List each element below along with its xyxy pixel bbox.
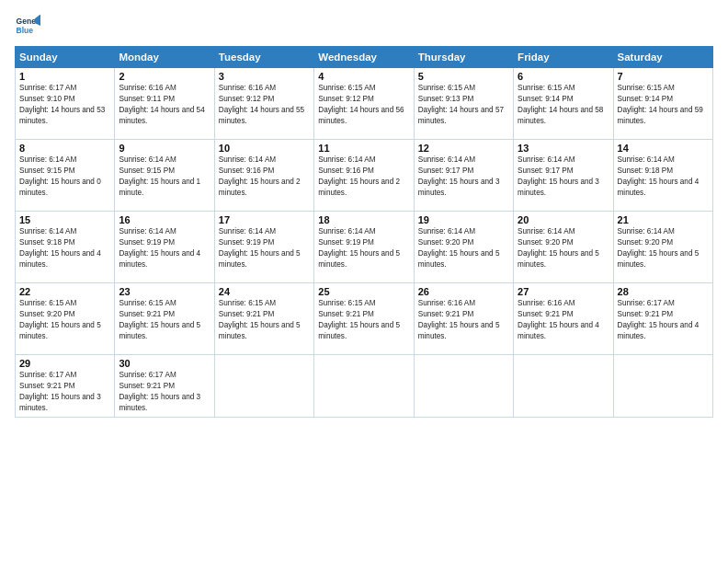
cell-content: Sunrise: 6:14 AMSunset: 9:16 PMDaylight:… <box>219 155 301 197</box>
calendar-header-row: SundayMondayTuesdayWednesdayThursdayFrid… <box>16 47 713 68</box>
page: General Blue SundayMondayTuesdayWednesda… <box>0 0 728 563</box>
calendar-cell <box>414 355 513 418</box>
cell-content: Sunrise: 6:15 AMSunset: 9:21 PMDaylight:… <box>318 299 400 340</box>
column-header-wednesday: Wednesday <box>314 47 414 68</box>
calendar-cell: 4 Sunrise: 6:15 AMSunset: 9:12 PMDayligh… <box>314 68 414 140</box>
calendar-cell: 10 Sunrise: 6:14 AMSunset: 9:16 PMDaylig… <box>214 140 313 212</box>
calendar-cell <box>314 355 414 418</box>
day-number: 4 <box>318 71 409 82</box>
calendar-cell: 15 Sunrise: 6:14 AMSunset: 9:18 PMDaylig… <box>16 212 115 283</box>
calendar-table: SundayMondayTuesdayWednesdayThursdayFrid… <box>15 46 713 418</box>
cell-content: Sunrise: 6:14 AMSunset: 9:19 PMDaylight:… <box>318 227 400 269</box>
calendar-week-2: 8 Sunrise: 6:14 AMSunset: 9:15 PMDayligh… <box>16 140 713 212</box>
day-number: 3 <box>219 71 310 82</box>
calendar-week-5: 29 Sunrise: 6:17 AMSunset: 9:21 PMDaylig… <box>16 355 713 418</box>
cell-content: Sunrise: 6:16 AMSunset: 9:21 PMDaylight:… <box>418 299 500 340</box>
calendar-cell: 11 Sunrise: 6:14 AMSunset: 9:16 PMDaylig… <box>314 140 414 212</box>
cell-content: Sunrise: 6:16 AMSunset: 9:12 PMDaylight:… <box>219 84 304 125</box>
cell-content: Sunrise: 6:14 AMSunset: 9:15 PMDaylight:… <box>19 155 101 197</box>
calendar-cell: 1 Sunrise: 6:17 AMSunset: 9:10 PMDayligh… <box>16 68 115 140</box>
calendar-cell: 5 Sunrise: 6:15 AMSunset: 9:13 PMDayligh… <box>414 68 513 140</box>
calendar-cell: 7 Sunrise: 6:15 AMSunset: 9:14 PMDayligh… <box>613 68 712 140</box>
cell-content: Sunrise: 6:16 AMSunset: 9:21 PMDaylight:… <box>518 299 599 340</box>
day-number: 12 <box>418 143 509 154</box>
calendar-cell: 21 Sunrise: 6:14 AMSunset: 9:20 PMDaylig… <box>613 212 712 283</box>
calendar-cell: 16 Sunrise: 6:14 AMSunset: 9:19 PMDaylig… <box>115 212 214 283</box>
calendar-cell: 20 Sunrise: 6:14 AMSunset: 9:20 PMDaylig… <box>514 212 613 283</box>
logo: General Blue <box>15 13 44 39</box>
cell-content: Sunrise: 6:15 AMSunset: 9:21 PMDaylight:… <box>119 299 200 340</box>
column-header-sunday: Sunday <box>16 47 115 68</box>
cell-content: Sunrise: 6:15 AMSunset: 9:14 PMDaylight:… <box>518 84 603 125</box>
calendar-week-1: 1 Sunrise: 6:17 AMSunset: 9:10 PMDayligh… <box>16 68 713 140</box>
day-number: 18 <box>318 214 409 225</box>
day-number: 5 <box>418 71 509 82</box>
day-number: 7 <box>618 71 709 82</box>
day-number: 13 <box>518 143 609 154</box>
cell-content: Sunrise: 6:14 AMSunset: 9:18 PMDaylight:… <box>19 227 101 269</box>
cell-content: Sunrise: 6:14 AMSunset: 9:20 PMDaylight:… <box>618 227 700 269</box>
day-number: 28 <box>618 286 709 297</box>
day-number: 24 <box>219 286 310 297</box>
calendar-cell: 23 Sunrise: 6:15 AMSunset: 9:21 PMDaylig… <box>115 283 214 355</box>
calendar-cell: 26 Sunrise: 6:16 AMSunset: 9:21 PMDaylig… <box>414 283 513 355</box>
calendar-cell: 17 Sunrise: 6:14 AMSunset: 9:19 PMDaylig… <box>214 212 313 283</box>
calendar-cell: 30 Sunrise: 6:17 AMSunset: 9:21 PMDaylig… <box>115 355 214 418</box>
calendar-cell: 28 Sunrise: 6:17 AMSunset: 9:21 PMDaylig… <box>613 283 712 355</box>
calendar-cell: 29 Sunrise: 6:17 AMSunset: 9:21 PMDaylig… <box>16 355 115 418</box>
calendar-cell: 3 Sunrise: 6:16 AMSunset: 9:12 PMDayligh… <box>214 68 313 140</box>
calendar-cell: 6 Sunrise: 6:15 AMSunset: 9:14 PMDayligh… <box>514 68 613 140</box>
cell-content: Sunrise: 6:14 AMSunset: 9:15 PMDaylight:… <box>119 155 200 197</box>
day-number: 21 <box>618 214 709 225</box>
cell-content: Sunrise: 6:14 AMSunset: 9:20 PMDaylight:… <box>518 227 599 269</box>
calendar-cell: 19 Sunrise: 6:14 AMSunset: 9:20 PMDaylig… <box>414 212 513 283</box>
cell-content: Sunrise: 6:14 AMSunset: 9:16 PMDaylight:… <box>318 155 400 197</box>
day-number: 11 <box>318 143 409 154</box>
cell-content: Sunrise: 6:14 AMSunset: 9:20 PMDaylight:… <box>418 227 500 269</box>
calendar-cell <box>514 355 613 418</box>
day-number: 15 <box>19 214 110 225</box>
column-header-thursday: Thursday <box>414 47 513 68</box>
column-header-tuesday: Tuesday <box>214 47 313 68</box>
column-header-saturday: Saturday <box>613 47 712 68</box>
cell-content: Sunrise: 6:14 AMSunset: 9:19 PMDaylight:… <box>219 227 301 269</box>
day-number: 2 <box>119 71 210 82</box>
calendar-cell: 18 Sunrise: 6:14 AMSunset: 9:19 PMDaylig… <box>314 212 414 283</box>
cell-content: Sunrise: 6:15 AMSunset: 9:14 PMDaylight:… <box>618 84 703 125</box>
calendar-cell <box>214 355 313 418</box>
day-number: 26 <box>418 286 509 297</box>
calendar-cell: 14 Sunrise: 6:14 AMSunset: 9:18 PMDaylig… <box>613 140 712 212</box>
calendar-cell: 27 Sunrise: 6:16 AMSunset: 9:21 PMDaylig… <box>514 283 613 355</box>
cell-content: Sunrise: 6:17 AMSunset: 9:21 PMDaylight:… <box>119 371 200 412</box>
day-number: 8 <box>19 143 110 154</box>
day-number: 6 <box>518 71 609 82</box>
cell-content: Sunrise: 6:14 AMSunset: 9:17 PMDaylight:… <box>418 155 500 197</box>
day-number: 27 <box>518 286 609 297</box>
day-number: 22 <box>19 286 110 297</box>
calendar-cell <box>613 355 712 418</box>
cell-content: Sunrise: 6:17 AMSunset: 9:10 PMDaylight:… <box>19 84 105 125</box>
calendar-cell: 8 Sunrise: 6:14 AMSunset: 9:15 PMDayligh… <box>16 140 115 212</box>
day-number: 17 <box>219 214 310 225</box>
cell-content: Sunrise: 6:15 AMSunset: 9:21 PMDaylight:… <box>219 299 301 340</box>
calendar-week-3: 15 Sunrise: 6:14 AMSunset: 9:18 PMDaylig… <box>16 212 713 283</box>
calendar-cell: 2 Sunrise: 6:16 AMSunset: 9:11 PMDayligh… <box>115 68 214 140</box>
calendar-cell: 12 Sunrise: 6:14 AMSunset: 9:17 PMDaylig… <box>414 140 513 212</box>
day-number: 23 <box>119 286 210 297</box>
cell-content: Sunrise: 6:17 AMSunset: 9:21 PMDaylight:… <box>618 299 700 340</box>
column-header-friday: Friday <box>514 47 613 68</box>
calendar-cell: 22 Sunrise: 6:15 AMSunset: 9:20 PMDaylig… <box>16 283 115 355</box>
day-number: 1 <box>19 71 110 82</box>
cell-content: Sunrise: 6:16 AMSunset: 9:11 PMDaylight:… <box>119 84 204 125</box>
header: General Blue <box>15 13 713 39</box>
cell-content: Sunrise: 6:14 AMSunset: 9:17 PMDaylight:… <box>518 155 599 197</box>
day-number: 19 <box>418 214 509 225</box>
day-number: 16 <box>119 214 210 225</box>
cell-content: Sunrise: 6:15 AMSunset: 9:13 PMDaylight:… <box>418 84 504 125</box>
day-number: 25 <box>318 286 409 297</box>
calendar-week-4: 22 Sunrise: 6:15 AMSunset: 9:20 PMDaylig… <box>16 283 713 355</box>
calendar-cell: 25 Sunrise: 6:15 AMSunset: 9:21 PMDaylig… <box>314 283 414 355</box>
day-number: 9 <box>119 143 210 154</box>
cell-content: Sunrise: 6:15 AMSunset: 9:20 PMDaylight:… <box>19 299 101 340</box>
day-number: 30 <box>119 358 210 369</box>
